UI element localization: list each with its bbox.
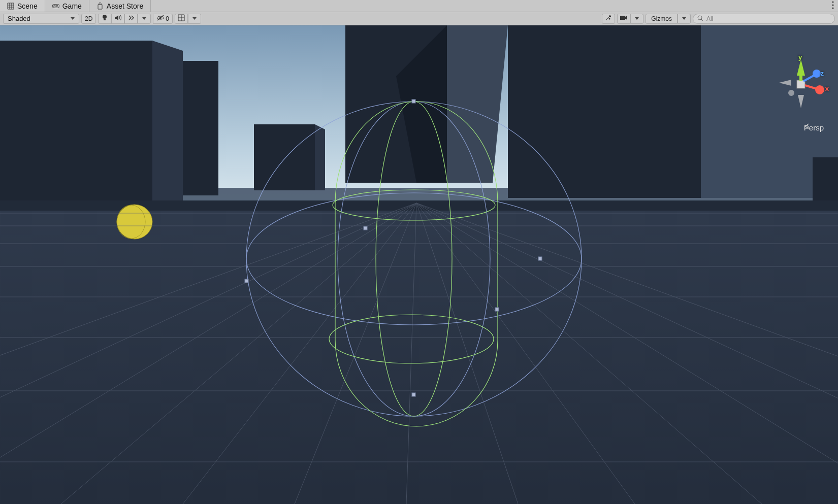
grid-dropdown[interactable] [188,14,201,24]
chevron-down-icon [682,17,686,20]
shading-mode-dropdown[interactable]: Shaded [3,14,79,24]
svg-marker-73 [779,80,791,86]
svg-marker-68 [797,59,805,76]
svg-point-1 [53,5,55,7]
unity-scene-window: Scene Game Asset Store Shaded 2D [0,0,838,504]
tab-game[interactable]: Game [45,0,89,12]
tab-bar: Scene Game Asset Store [0,0,838,12]
axis-x-label: x [825,85,829,92]
camera-icon [620,15,628,22]
orientation-gizmo[interactable]: y z x Persp [773,53,829,132]
component-tools-button[interactable] [602,14,615,24]
chevron-down-icon [142,17,146,20]
svg-marker-18 [0,41,152,200]
svg-rect-17 [0,206,838,504]
svg-rect-66 [412,393,415,396]
svg-point-76 [788,90,794,96]
lightbulb-icon [102,14,108,23]
chevron-down-icon [71,17,75,20]
svg-point-4 [832,4,834,6]
svg-rect-65 [538,257,542,260]
scene-viewport[interactable]: y z x Persp [0,25,838,504]
eye-off-icon [156,15,165,22]
svg-marker-21 [254,124,315,190]
gizmos-dropdown[interactable] [678,14,691,24]
svg-point-75 [813,70,821,78]
gizmos-label: Gizmos [651,15,672,22]
svg-rect-11 [620,16,625,20]
toggle-2d-label: 2D [85,15,92,22]
tab-scene[interactable]: Scene [0,0,45,12]
svg-point-3 [832,1,834,3]
shading-mode-label: Shaded [8,15,30,22]
chevron-left-icon [804,123,811,129]
kebab-menu-icon[interactable] [832,1,834,11]
tab-label: Asset Store [107,2,143,10]
goggles-icon [52,3,59,10]
svg-line-74 [803,76,814,81]
grid-snap-toggle[interactable] [175,14,188,24]
axis-z-label: z [821,70,824,77]
scene-buildings [0,25,838,203]
scene-camera-button[interactable] [617,14,630,24]
svg-rect-63 [245,279,248,283]
lighting-audio-fx-group [98,14,151,24]
bag-icon [96,3,104,10]
fx-icon [127,15,135,22]
grid-tools-group [175,14,201,24]
svg-rect-61 [412,99,415,103]
visibility-group: 0 [153,14,173,24]
scene-lighting-toggle[interactable] [98,14,111,24]
svg-point-72 [815,85,824,94]
svg-point-5 [832,7,834,9]
orientation-gizmo-svg [773,53,829,114]
fx-dropdown[interactable] [138,14,151,24]
projection-toggle[interactable]: Persp [804,123,824,132]
hidden-count-label: 0 [166,15,169,22]
hidden-objects-toggle[interactable]: 0 [153,14,173,24]
light-gizmo[interactable] [117,205,152,239]
svg-point-12 [698,16,702,20]
camera-group [617,14,643,24]
svg-marker-20 [183,61,218,195]
chevron-down-icon [192,17,197,20]
gizmos-toggle[interactable]: Gizmos [646,14,678,24]
svg-rect-62 [364,226,367,230]
svg-marker-28 [813,157,838,203]
svg-rect-69 [799,76,802,81]
grid-snap-icon [178,14,185,23]
grid-icon [7,3,14,10]
svg-marker-22 [315,124,325,190]
svg-rect-64 [495,308,499,311]
tools-icon [605,14,612,23]
scene-fx-toggle[interactable] [124,14,138,24]
svg-rect-7 [104,19,106,20]
svg-point-30 [117,205,152,239]
svg-line-13 [701,19,703,21]
svg-rect-0 [52,4,59,8]
scene-audio-toggle[interactable] [111,14,124,24]
gizmos-group: Gizmos [646,14,691,24]
svg-point-6 [103,15,107,19]
scene-toolbar: Shaded 2D 0 [0,12,838,25]
svg-marker-70 [798,95,804,108]
svg-line-71 [805,85,817,89]
scene-render [0,25,838,504]
search-icon [697,14,703,23]
axis-y-label: y [798,53,802,61]
chevron-down-icon [635,17,639,20]
scene-search[interactable] [693,14,835,24]
camera-dropdown[interactable] [630,14,643,24]
speaker-icon [114,15,121,22]
svg-point-2 [56,5,58,7]
tab-asset-store[interactable]: Asset Store [89,0,151,12]
svg-marker-19 [152,41,183,200]
svg-marker-26 [508,25,701,198]
svg-point-10 [609,18,610,20]
tab-label: Game [62,2,82,10]
tab-label: Scene [17,2,38,10]
search-input[interactable] [706,15,830,22]
toggle-2d-button[interactable]: 2D [81,14,96,24]
